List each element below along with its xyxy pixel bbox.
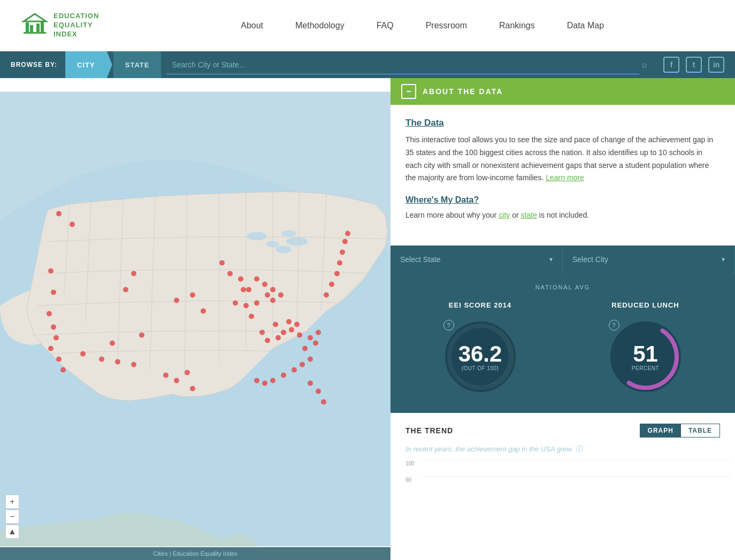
eei-value-area: 36.2 (OUT OF 100)	[458, 342, 502, 371]
svg-point-33	[123, 287, 128, 293]
svg-point-81	[329, 282, 334, 287]
trend-section: THE TREND GRAPH TABLE In recent years, t…	[391, 413, 735, 503]
stats-section: NATIONAL AVG EEI SCORE 2014	[391, 273, 735, 413]
svg-point-23	[53, 335, 59, 341]
svg-point-65	[297, 333, 302, 338]
svg-point-77	[308, 381, 313, 386]
svg-point-31	[110, 341, 115, 346]
svg-point-29	[115, 359, 120, 365]
info-section: The Data This interactive tool allows yo…	[391, 105, 735, 246]
svg-point-34	[131, 271, 136, 277]
nav-faq[interactable]: FAQ	[377, 21, 394, 30]
svg-point-64	[294, 322, 300, 327]
svg-point-86	[345, 231, 350, 236]
browse-state-button[interactable]: STATE	[113, 51, 162, 78]
lunch-sub: PERCENT	[632, 365, 659, 371]
main-nav: About Methodology FAQ Pressroom Rankings…	[131, 21, 714, 30]
svg-point-63	[289, 327, 294, 333]
eei-sub: (OUT OF 100)	[458, 365, 502, 371]
svg-point-50	[246, 287, 251, 293]
us-map[interactable]	[0, 78, 391, 560]
svg-point-56	[278, 293, 284, 298]
city-link[interactable]: city	[499, 211, 510, 219]
nav-about[interactable]: About	[241, 21, 263, 30]
browse-city-button[interactable]: CITY	[65, 51, 112, 78]
twitter-icon[interactable]: t	[686, 57, 702, 73]
wheres-body: Learn more about why your city or state …	[405, 209, 720, 222]
svg-point-75	[262, 381, 267, 386]
svg-point-73	[281, 373, 286, 378]
facebook-icon[interactable]: f	[663, 57, 679, 73]
svg-point-38	[163, 373, 169, 378]
svg-point-51	[254, 277, 259, 282]
data-body: This interactive tool allows you to see …	[405, 134, 720, 185]
svg-marker-0	[24, 14, 46, 21]
svg-point-40	[190, 293, 195, 298]
svg-point-39	[174, 298, 179, 303]
svg-point-87	[247, 232, 266, 241]
svg-point-58	[265, 338, 270, 343]
svg-point-41	[201, 309, 206, 314]
svg-point-88	[266, 241, 279, 248]
svg-point-44	[238, 277, 243, 282]
svg-point-69	[302, 346, 308, 351]
eei-info-icon[interactable]: ?	[443, 320, 454, 331]
table-button[interactable]: TABLE	[681, 424, 719, 437]
trend-chart-svg	[422, 461, 732, 493]
social-icons: f t in	[663, 57, 724, 73]
svg-point-19	[48, 269, 53, 274]
nav-rankings[interactable]: Rankings	[499, 21, 535, 30]
svg-point-53	[265, 293, 270, 298]
svg-point-85	[342, 239, 348, 244]
graph-button[interactable]: GRAPH	[640, 424, 681, 437]
logo-icon	[21, 12, 48, 39]
svg-point-62	[286, 319, 292, 325]
svg-point-54	[270, 287, 275, 293]
trend-info-icon[interactable]: ⓘ	[576, 445, 583, 453]
lunch-info-icon[interactable]: ?	[609, 320, 619, 331]
svg-point-27	[80, 351, 86, 357]
panel-header-title: ABOUT THE DATA	[423, 87, 503, 96]
city-selector-label: Select City	[572, 255, 722, 264]
svg-point-76	[254, 378, 259, 383]
svg-point-60	[281, 330, 286, 335]
browse-bar: BROWSE BY: CITY STATE ⌕ f t in	[0, 51, 735, 78]
wheres-heading: Where's My Data?	[405, 195, 720, 205]
zoom-map-button[interactable]: ▲	[5, 525, 19, 539]
nav-data-map[interactable]: Data Map	[567, 21, 604, 30]
svg-point-36	[190, 386, 195, 392]
eei-number: 36.2	[458, 342, 502, 365]
nav-pressroom[interactable]: Pressroom	[426, 21, 467, 30]
zoom-out-button[interactable]: −	[5, 510, 19, 524]
learn-more-link[interactable]: Learn more	[546, 173, 584, 182]
search-input[interactable]	[166, 55, 639, 74]
svg-point-26	[60, 367, 66, 373]
svg-point-57	[259, 330, 265, 335]
svg-point-79	[321, 400, 326, 405]
lunch-stat-item: REDUCED LUNCH ? 51 PERCENT	[606, 301, 686, 397]
svg-point-71	[300, 362, 305, 367]
svg-point-43	[227, 271, 233, 277]
state-link[interactable]: state	[521, 211, 537, 219]
city-selector[interactable]: Select City ▾	[563, 246, 735, 273]
svg-point-68	[313, 341, 318, 346]
lunch-title: REDUCED LUNCH	[611, 301, 679, 309]
linkedin-icon[interactable]: in	[708, 57, 724, 73]
svg-point-78	[316, 389, 321, 394]
right-panel: − ABOUT THE DATA The Data This interacti…	[391, 78, 735, 560]
svg-point-67	[316, 330, 321, 335]
zoom-in-button[interactable]: +	[5, 495, 19, 509]
svg-rect-2	[30, 25, 33, 32]
svg-point-37	[185, 370, 190, 375]
state-selector-label: Select State	[400, 255, 549, 264]
main-content: + − ▲ Cities | Education Equality Index …	[0, 78, 735, 560]
svg-point-18	[70, 222, 75, 227]
state-selector[interactable]: Select State ▾	[391, 246, 563, 273]
state-selector-arrow: ▾	[549, 256, 553, 263]
map-footer: Cities | Education Equality Index	[0, 547, 391, 560]
svg-point-80	[324, 293, 329, 298]
panel-header: − ABOUT THE DATA	[391, 78, 735, 105]
nav-methodology[interactable]: Methodology	[295, 21, 344, 30]
national-avg-label: NATIONAL AVG	[405, 284, 720, 290]
svg-point-66	[308, 335, 313, 341]
